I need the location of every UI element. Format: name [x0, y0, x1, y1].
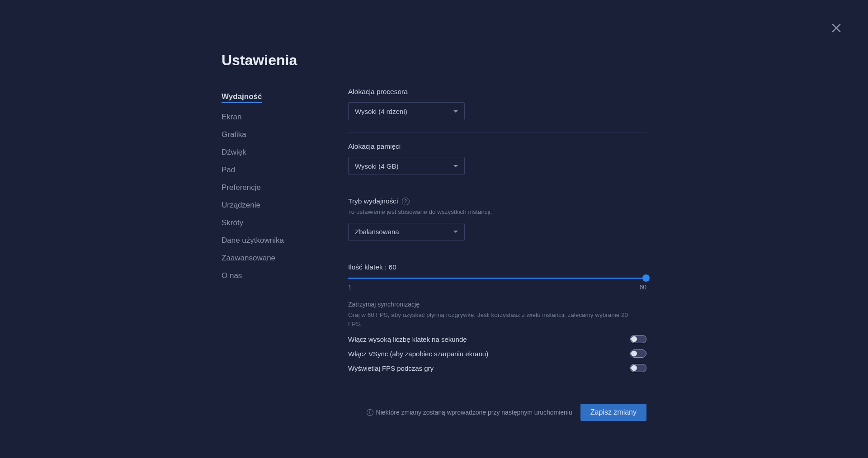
sync-stop-label: Zatrzymaj synchronizację	[348, 301, 646, 308]
sidebar-item-label: Preferencje	[222, 183, 261, 192]
performance-mode-label: Tryb wydajności	[348, 197, 398, 205]
restart-note: i Niektóre zmiany zostaną wprowadzone pr…	[367, 409, 572, 416]
vsync-toggle[interactable]	[630, 349, 646, 358]
save-button[interactable]: Zapisz zmiany	[580, 404, 646, 421]
sidebar-item-label: O nas	[222, 271, 242, 280]
sidebar-item-advanced[interactable]: Zaawansowane	[222, 249, 339, 267]
fps-slider-max: 60	[639, 283, 646, 291]
sidebar-item-label: Ekran	[222, 113, 241, 121]
toggle-knob	[631, 351, 637, 357]
show-fps-toggle[interactable]	[630, 364, 646, 372]
vsync-toggle-label: Włącz VSync (aby zapobiec szarpaniu ekra…	[348, 350, 488, 358]
memory-allocation-select[interactable]: Wysoki (4 GB)	[348, 157, 465, 175]
sidebar-item-preferences[interactable]: Preferencje	[222, 179, 339, 196]
close-icon	[830, 22, 843, 34]
sidebar-item-label: Skróty	[222, 218, 243, 227]
fps-slider-thumb[interactable]	[642, 274, 650, 282]
memory-allocation-label: Alokacja pamięci	[348, 142, 646, 151]
sidebar-item-device[interactable]: Urządzenie	[222, 196, 339, 214]
page-title: Ustawienia	[222, 52, 674, 69]
fps-slider[interactable]	[348, 278, 646, 279]
fps-label: Ilość klatek : 60	[348, 263, 646, 271]
sidebar-item-label: Wydajność	[222, 93, 262, 103]
chevron-down-icon	[453, 231, 458, 233]
sidebar-item-shortcuts[interactable]: Skróty	[222, 214, 339, 231]
sidebar-item-performance[interactable]: Wydajność	[222, 88, 339, 108]
show-fps-toggle-label: Wyświetlaj FPS podczas gry	[348, 364, 434, 372]
sidebar-item-about[interactable]: O nas	[222, 267, 339, 284]
help-icon[interactable]: ?	[402, 198, 410, 205]
sidebar-item-label: Grafika	[222, 130, 246, 139]
toggle-knob	[631, 336, 637, 342]
sidebar-item-label: Dźwięk	[222, 148, 246, 156]
sidebar-item-sound[interactable]: Dźwięk	[222, 143, 339, 161]
sidebar-item-label: Pad	[222, 165, 235, 174]
memory-allocation-value: Wysoki (4 GB)	[355, 162, 399, 170]
sync-stop-description: Graj w 60 FPS, aby uzyskać płynną rozgry…	[348, 311, 637, 329]
settings-sidebar: Wydajność Ekran Grafika Dźwięk Pad Prefe…	[222, 88, 348, 421]
sidebar-item-userdata[interactable]: Dane użytkownika	[222, 231, 339, 249]
sidebar-item-pad[interactable]: Pad	[222, 161, 339, 179]
chevron-down-icon	[453, 110, 458, 113]
cpu-allocation-label: Alokacja procesora	[348, 88, 646, 96]
chevron-down-icon	[453, 165, 458, 167]
sidebar-item-label: Zaawansowane	[222, 254, 275, 262]
sidebar-item-label: Urządzenie	[222, 201, 260, 209]
cpu-allocation-value: Wysoki (4 rdzeni)	[355, 108, 407, 115]
high-fps-toggle[interactable]	[630, 335, 646, 343]
high-fps-toggle-label: Włącz wysoką liczbę klatek na sekundę	[348, 335, 467, 343]
settings-content: Alokacja procesora Wysoki (4 rdzeni) Alo…	[348, 88, 646, 421]
info-icon: i	[367, 409, 373, 416]
cpu-allocation-select[interactable]: Wysoki (4 rdzeni)	[348, 102, 465, 120]
performance-mode-subtext: To ustawienie jest stosowane do wszystki…	[348, 208, 646, 217]
fps-slider-min: 1	[348, 283, 352, 291]
close-button[interactable]	[830, 22, 843, 34]
performance-mode-value: Zbalansowana	[355, 228, 399, 236]
sidebar-item-label: Dane użytkownika	[222, 236, 284, 245]
performance-mode-select[interactable]: Zbalansowana	[348, 223, 465, 241]
sidebar-item-graphics[interactable]: Grafika	[222, 126, 339, 143]
toggle-knob	[631, 365, 637, 371]
sidebar-item-screen[interactable]: Ekran	[222, 108, 339, 126]
